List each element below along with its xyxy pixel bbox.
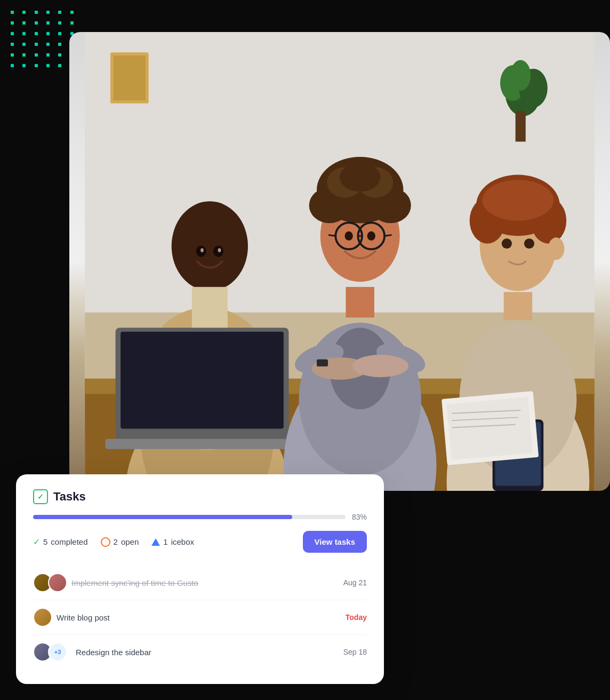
dot-decoration (11, 32, 14, 35)
svg-point-56 (502, 238, 512, 249)
dot-decoration (58, 43, 61, 46)
completed-label: completed (51, 537, 87, 546)
task-name: Redesign the sidebar (76, 648, 343, 657)
svg-rect-61 (447, 397, 533, 460)
progress-section: 83% (33, 513, 367, 521)
dot-decoration (35, 11, 38, 14)
dot-decoration (11, 11, 14, 14)
task-date: Today (346, 613, 367, 622)
dot-decoration (58, 21, 61, 25)
dot-decoration (35, 43, 38, 46)
dot-decoration (22, 11, 26, 14)
dot-decoration (22, 43, 26, 46)
svg-point-34 (340, 163, 380, 192)
dot-decoration (58, 11, 61, 14)
task-date: Sep 18 (343, 648, 367, 656)
dot-decoration (22, 21, 26, 25)
stat-completed: ✓ 5 completed (33, 537, 88, 547)
card-title: Tasks (53, 490, 86, 504)
svg-point-13 (172, 201, 248, 291)
svg-point-55 (548, 237, 565, 260)
dot-decoration (58, 53, 61, 57)
dot-decoration (11, 53, 14, 57)
progress-percent: 83% (352, 513, 367, 521)
card-header: ✓ Tasks (33, 489, 367, 504)
svg-point-41 (367, 232, 375, 241)
dot-decoration (46, 32, 50, 35)
task-name: Write blog post (57, 613, 346, 622)
svg-line-38 (328, 235, 335, 236)
stat-icebox: 1 icebox (151, 537, 194, 546)
svg-point-57 (524, 238, 534, 249)
completed-check-icon: ✓ (33, 537, 40, 547)
dot-decoration (22, 32, 26, 35)
hero-image (69, 32, 610, 491)
dot-decoration (11, 64, 14, 67)
icebox-count: 1 (163, 537, 167, 546)
dot-decoration (46, 53, 50, 57)
task-avatars (33, 608, 48, 627)
view-tasks-button[interactable]: View tasks (303, 531, 367, 553)
avatar (48, 573, 67, 592)
svg-rect-46 (317, 359, 328, 366)
dot-decoration (70, 21, 74, 25)
dot-decoration (22, 53, 26, 57)
svg-rect-8 (516, 111, 526, 141)
dot-decoration (58, 64, 61, 67)
dot-decoration (58, 32, 61, 35)
svg-point-54 (483, 180, 554, 220)
svg-line-39 (384, 235, 391, 236)
dot-decoration (35, 53, 38, 57)
open-circle-icon (101, 537, 110, 547)
open-count: 2 (114, 537, 118, 546)
icebox-triangle-icon (151, 538, 160, 546)
dot-decoration (22, 64, 26, 67)
svg-point-45 (352, 355, 408, 377)
task-item: Write blog post Today (33, 600, 367, 634)
avatar-overflow: +3 (48, 642, 67, 662)
stats-row: ✓ 5 completed 2 open 1 icebox View tasks (33, 531, 367, 553)
svg-rect-23 (105, 439, 299, 449)
dot-decoration (46, 64, 50, 67)
svg-rect-27 (346, 287, 374, 317)
icebox-label: icebox (171, 537, 194, 546)
stat-open: 2 open (101, 537, 139, 547)
svg-rect-22 (121, 332, 284, 429)
dot-decoration (46, 11, 50, 14)
task-name: Implement sync'ing of time to Gusto (71, 578, 343, 587)
svg-point-19 (200, 248, 204, 252)
dot-decoration (35, 21, 38, 25)
dot-decoration (46, 43, 50, 46)
svg-point-20 (218, 248, 221, 252)
svg-rect-3 (114, 55, 146, 100)
task-avatars: +3 (33, 642, 67, 662)
dot-decoration (11, 43, 14, 46)
dot-decoration (35, 32, 38, 35)
dot-decoration (70, 11, 74, 14)
task-item: +3 Redesign the sidebar Sep 18 (33, 634, 367, 669)
progress-bar-track (33, 515, 346, 519)
task-check-icon: ✓ (33, 489, 48, 504)
dot-decoration (35, 64, 38, 67)
dot-decoration (46, 21, 50, 25)
task-list: Implement sync'ing of time to Gusto Aug … (33, 566, 367, 669)
svg-rect-49 (504, 292, 533, 320)
task-item: Implement sync'ing of time to Gusto Aug … (33, 566, 367, 600)
task-avatars (33, 573, 63, 592)
tasks-card: ✓ Tasks 83% ✓ 5 completed 2 open 1 icebo… (16, 474, 384, 684)
dot-decoration (11, 21, 14, 25)
progress-bar-fill (33, 515, 292, 519)
svg-point-7 (510, 60, 531, 91)
open-label: open (121, 537, 139, 546)
task-date: Aug 21 (343, 578, 367, 587)
svg-point-40 (345, 232, 353, 241)
avatar (33, 608, 52, 627)
completed-count: 5 (43, 537, 47, 546)
